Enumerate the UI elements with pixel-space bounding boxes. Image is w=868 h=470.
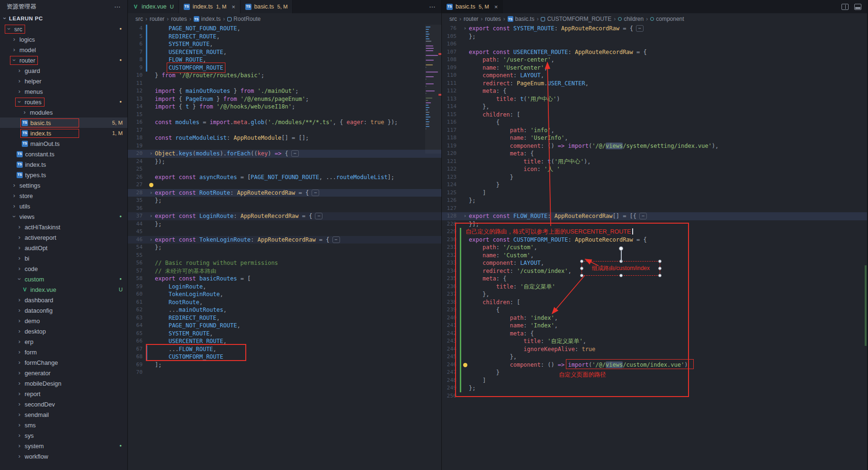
tree-item-sendmail[interactable]: ›sendmail	[0, 409, 127, 420]
tree-item-sys[interactable]: ›sys	[0, 430, 127, 441]
code-line-65[interactable]: 65 SYSTEM_ROUTE,	[128, 330, 441, 338]
tree-item-routes[interactable]: ›routes●	[0, 97, 127, 107]
code-line-35[interactable]: 35};	[128, 197, 441, 205]
code-line-237[interactable]: 237 },	[442, 290, 867, 298]
tree-item-bi[interactable]: ›bi	[0, 253, 127, 263]
tree-item-sms[interactable]: ›sms	[0, 420, 127, 430]
code-line-16[interactable]: 16const modules = import.meta.glob('./mo…	[128, 118, 441, 127]
code-line-26[interactable]: 26export const asyncRoutes = [PAGE_NOT_F…	[128, 173, 441, 181]
folded-ellipsis[interactable]: ⋯	[291, 150, 299, 157]
workspace-root[interactable]: › LEARUN PC	[0, 13, 127, 24]
code-line-6[interactable]: 6 SYSTEM_ROUTE,	[128, 40, 441, 48]
code-line-19[interactable]: 19	[128, 142, 441, 150]
minimap[interactable]	[426, 27, 439, 133]
fold-chevron-icon[interactable]: ›	[147, 189, 155, 197]
code-line-44[interactable]: 44};	[128, 220, 441, 228]
code-line-230[interactable]: 230export const CUSTOMFORM_ROUTE: AppRou…	[442, 236, 867, 244]
code-line-123[interactable]: 123 }	[442, 173, 867, 181]
code-line-240[interactable]: 240 path: 'index',	[442, 314, 867, 322]
tree-item-demo[interactable]: ›demo	[0, 316, 127, 326]
breadcrumb-item-router[interactable]: router	[463, 16, 479, 22]
tree-item-auditOpt[interactable]: ›auditOpt	[0, 243, 127, 253]
code-line-15[interactable]: 15	[128, 111, 441, 119]
code-line-67[interactable]: 67 ...FLOW_ROUTE,	[128, 345, 441, 353]
code-line-13[interactable]: 13import { PageEnum } from '/@/enums/pag…	[128, 95, 441, 103]
code-line-249[interactable]: 249};	[442, 384, 867, 392]
lightbulb-icon[interactable]	[461, 361, 469, 369]
code-line-4[interactable]: 4 PAGE_NOT_FOUND_ROUTE,	[128, 25, 441, 33]
tree-item-actHiTaskinst[interactable]: ›actHiTaskinst	[0, 222, 127, 232]
code-line-248[interactable]: 248 ]	[442, 377, 867, 385]
code-line-114[interactable]: 114 },	[442, 103, 867, 111]
code-line-126[interactable]: 126};	[442, 197, 867, 205]
tree-item-mobileDesign[interactable]: ›mobileDesign	[0, 378, 127, 389]
code-editor-index-ts[interactable]: 4 PAGE_NOT_FOUND_ROUTE,5 REDIRECT_ROUTE,…	[128, 25, 441, 377]
fold-chevron-icon[interactable]: ›	[147, 212, 155, 220]
folded-ellipsis[interactable]: ⋯	[332, 236, 340, 243]
code-line-37[interactable]: 37›export const LoginRoute: AppRouteReco…	[128, 212, 441, 220]
code-line-63[interactable]: 63 REDIRECT_ROUTE,	[128, 314, 441, 322]
fold-chevron-icon[interactable]: ›	[147, 236, 155, 244]
code-line-107[interactable]: 107export const USERCENTER_ROUTE: AppRou…	[442, 48, 867, 56]
breadcrumb-item-CUSTOMFORM_ROUTE[interactable]: CUSTOMFORM_ROUTE	[540, 16, 612, 22]
code-line-234[interactable]: 234 redirect: '/custom/index',	[442, 267, 867, 275]
code-line-27[interactable]: 27	[128, 181, 441, 189]
tree-item-custom[interactable]: ›custom●	[0, 274, 127, 284]
fold-chevron-icon[interactable]: ›	[461, 25, 469, 33]
customize-layout-icon[interactable]	[854, 4, 861, 10]
code-line-8[interactable]: 8 FLOW_ROUTE,	[128, 56, 441, 64]
code-line-12[interactable]: 12import { mainOutRoutes } from './mainO…	[128, 87, 441, 95]
tree-item-settings[interactable]: ›settings	[0, 180, 127, 190]
code-line-5[interactable]: 5 REDIRECT_ROUTE,	[128, 33, 441, 41]
explorer-more-actions-icon[interactable]: ⋯	[114, 3, 121, 10]
tree-item-system[interactable]: ›system●	[0, 441, 127, 451]
tree-item-views[interactable]: ›views●	[0, 211, 127, 222]
tree-item-mainOut.ts[interactable]: TSmainOut.ts	[0, 138, 127, 149]
code-line-122[interactable]: 122 icon: '人 '	[442, 165, 867, 173]
close-icon[interactable]: ×	[232, 3, 235, 10]
code-line-232[interactable]: 232 name: 'Custom',	[442, 252, 867, 260]
tree-item-modules[interactable]: ›modules	[0, 107, 127, 118]
folded-ellipsis[interactable]: ⋯	[639, 213, 647, 219]
code-line-76[interactable]: 76›export const SYSTEM_ROUTE: AppRouteRe…	[442, 25, 867, 33]
tree-item-form[interactable]: ›form	[0, 347, 127, 357]
folded-ellipsis[interactable]: ⋯	[315, 213, 322, 219]
tree-item-report[interactable]: ›report	[0, 389, 127, 399]
code-line-70[interactable]: 70	[128, 369, 441, 377]
tree-item-secondDev[interactable]: ›secondDev	[0, 399, 127, 409]
tab-index.ts[interactable]: TSindex.ts1, M×	[179, 0, 241, 13]
tree-item-desktop[interactable]: ›desktop	[0, 326, 127, 336]
code-line-45[interactable]: 45	[128, 228, 441, 236]
tree-item-router[interactable]: ›router●	[0, 55, 127, 65]
code-line-120[interactable]: 120 meta: {	[442, 150, 867, 158]
tree-item-code[interactable]: ›code	[0, 263, 127, 274]
tab-basic.ts[interactable]: TSbasic.ts5, M	[241, 0, 293, 13]
split-editor-icon[interactable]	[841, 4, 849, 10]
tree-item-model[interactable]: ›model	[0, 45, 127, 55]
code-line-10[interactable]: 10} from '/@/router/routes/basic';	[128, 72, 441, 80]
code-line-9[interactable]: 9 CUSTOMFORM_ROUTE	[128, 64, 441, 72]
breadcrumb-item-basic.ts[interactable]: TSbasic.ts	[507, 16, 536, 22]
code-line-20[interactable]: 20›Object.keys(modules).forEach((key) =>…	[128, 150, 441, 158]
code-line-108[interactable]: 108 path: '/user-center',	[442, 56, 867, 64]
tree-item-formChange[interactable]: ›formChange	[0, 357, 127, 368]
code-line-59[interactable]: 59 LoginRoute,	[128, 283, 441, 291]
code-line-233[interactable]: 233 component: LAYOUT,	[442, 259, 867, 267]
code-line-238[interactable]: 238 children: [	[442, 298, 867, 307]
code-line-11[interactable]: 11	[128, 80, 441, 88]
code-line-25[interactable]: 25	[128, 165, 441, 173]
code-line-241[interactable]: 241 name: 'Index',	[442, 322, 867, 330]
code-line-121[interactable]: 121 title: t('用户中心'),	[442, 158, 867, 166]
breadcrumb-item-routes[interactable]: routes	[484, 16, 501, 22]
code-line-69[interactable]: 69];	[128, 361, 441, 369]
tree-item-guard[interactable]: ›guard	[0, 65, 127, 76]
code-line-245[interactable]: 245 },	[442, 353, 867, 361]
breadcrumb-item-routes[interactable]: routes	[170, 16, 188, 22]
code-line-242[interactable]: 242 meta: {	[442, 330, 867, 338]
code-line-124[interactable]: 124 }	[442, 181, 867, 189]
code-line-231[interactable]: 231 path: '/custom',	[442, 244, 867, 252]
code-line-246[interactable]: 246 component: () => import('/@/views/cu…	[442, 361, 867, 369]
breadcrumb-item-src[interactable]: src	[134, 16, 144, 22]
tree-item-store[interactable]: ›store	[0, 190, 127, 201]
tree-item-workflow[interactable]: ›workflow	[0, 451, 127, 461]
